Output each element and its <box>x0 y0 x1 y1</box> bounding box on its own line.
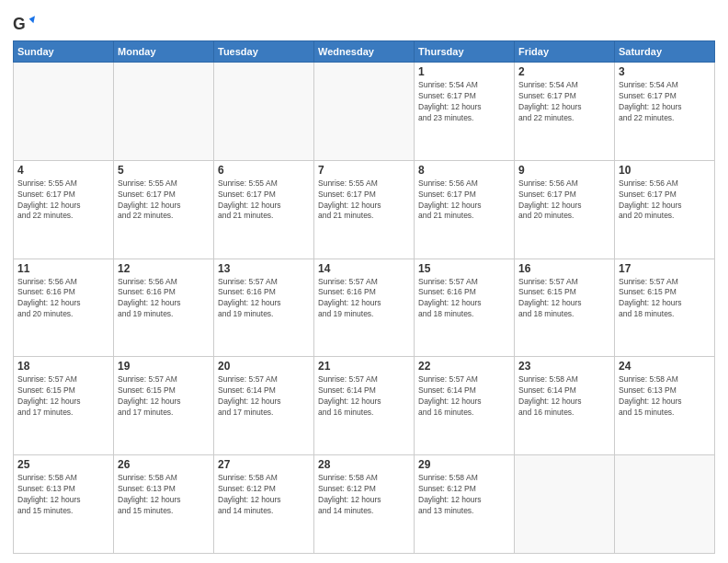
day-number: 27 <box>218 458 310 471</box>
calendar-cell: 20Sunrise: 5:57 AM Sunset: 6:14 PM Dayli… <box>214 357 314 455</box>
calendar-cell: 12Sunrise: 5:56 AM Sunset: 6:16 PM Dayli… <box>114 259 214 357</box>
day-header-thursday: Thursday <box>415 41 515 63</box>
logo-icon: G <box>13 13 35 35</box>
day-info: Sunrise: 5:57 AM Sunset: 6:15 PM Dayligh… <box>518 277 610 321</box>
calendar-cell: 18Sunrise: 5:57 AM Sunset: 6:15 PM Dayli… <box>14 357 114 455</box>
calendar-cell: 7Sunrise: 5:55 AM Sunset: 6:17 PM Daylig… <box>314 160 415 259</box>
day-number: 9 <box>518 164 610 177</box>
day-info: Sunrise: 5:57 AM Sunset: 6:15 PM Dayligh… <box>619 277 711 321</box>
calendar-cell <box>114 63 214 161</box>
day-number: 17 <box>619 262 711 275</box>
day-number: 26 <box>118 458 210 471</box>
calendar-cell: 22Sunrise: 5:57 AM Sunset: 6:14 PM Dayli… <box>415 357 515 455</box>
day-info: Sunrise: 5:56 AM Sunset: 6:17 PM Dayligh… <box>518 178 610 223</box>
day-number: 3 <box>619 65 711 78</box>
calendar-cell: 10Sunrise: 5:56 AM Sunset: 6:17 PM Dayli… <box>615 160 715 259</box>
calendar-cell: 1Sunrise: 5:54 AM Sunset: 6:17 PM Daylig… <box>415 63 515 161</box>
day-info: Sunrise: 5:58 AM Sunset: 6:12 PM Dayligh… <box>218 473 310 517</box>
day-info: Sunrise: 5:55 AM Sunset: 6:17 PM Dayligh… <box>218 178 310 223</box>
day-info: Sunrise: 5:55 AM Sunset: 6:17 PM Dayligh… <box>17 178 109 223</box>
day-info: Sunrise: 5:58 AM Sunset: 6:12 PM Dayligh… <box>418 473 510 517</box>
day-info: Sunrise: 5:57 AM Sunset: 6:14 PM Dayligh… <box>318 374 410 419</box>
day-info: Sunrise: 5:54 AM Sunset: 6:17 PM Dayligh… <box>619 80 711 124</box>
page: G SundayMondayTuesdayWednesdayThursdayFr… <box>0 0 728 563</box>
week-row-0: 1Sunrise: 5:54 AM Sunset: 6:17 PM Daylig… <box>14 63 715 161</box>
week-row-4: 25Sunrise: 5:58 AM Sunset: 6:13 PM Dayli… <box>14 455 715 554</box>
calendar-cell: 14Sunrise: 5:57 AM Sunset: 6:16 PM Dayli… <box>314 259 415 357</box>
svg-marker-1 <box>29 16 35 23</box>
day-number: 15 <box>418 262 510 275</box>
day-number: 8 <box>418 164 510 177</box>
day-info: Sunrise: 5:57 AM Sunset: 6:14 PM Dayligh… <box>418 374 510 419</box>
day-info: Sunrise: 5:58 AM Sunset: 6:12 PM Dayligh… <box>318 473 410 517</box>
calendar-cell: 25Sunrise: 5:58 AM Sunset: 6:13 PM Dayli… <box>14 455 114 554</box>
logo: G <box>13 13 37 35</box>
day-header-wednesday: Wednesday <box>314 41 415 63</box>
day-info: Sunrise: 5:56 AM Sunset: 6:17 PM Dayligh… <box>619 178 711 223</box>
svg-text:G: G <box>13 15 26 33</box>
calendar-cell: 8Sunrise: 5:56 AM Sunset: 6:17 PM Daylig… <box>415 160 515 259</box>
calendar-cell <box>615 455 715 554</box>
day-number: 21 <box>318 360 410 373</box>
day-info: Sunrise: 5:58 AM Sunset: 6:13 PM Dayligh… <box>118 473 210 517</box>
calendar-cell: 29Sunrise: 5:58 AM Sunset: 6:12 PM Dayli… <box>415 455 515 554</box>
day-number: 16 <box>518 262 610 275</box>
day-number: 2 <box>518 65 610 78</box>
calendar-cell: 17Sunrise: 5:57 AM Sunset: 6:15 PM Dayli… <box>615 259 715 357</box>
calendar-cell: 16Sunrise: 5:57 AM Sunset: 6:15 PM Dayli… <box>515 259 615 357</box>
day-number: 18 <box>17 360 109 373</box>
day-header-monday: Monday <box>114 41 214 63</box>
day-info: Sunrise: 5:54 AM Sunset: 6:17 PM Dayligh… <box>518 80 610 124</box>
calendar-cell: 28Sunrise: 5:58 AM Sunset: 6:12 PM Dayli… <box>314 455 415 554</box>
day-header-sunday: Sunday <box>14 41 114 63</box>
day-number: 23 <box>518 360 610 373</box>
day-info: Sunrise: 5:56 AM Sunset: 6:16 PM Dayligh… <box>118 277 210 321</box>
calendar-cell: 15Sunrise: 5:57 AM Sunset: 6:16 PM Dayli… <box>415 259 515 357</box>
day-number: 12 <box>118 262 210 275</box>
header: G <box>13 9 715 35</box>
calendar-cell <box>14 63 114 161</box>
day-number: 11 <box>17 262 109 275</box>
calendar-cell <box>314 63 415 161</box>
day-header-saturday: Saturday <box>615 41 715 63</box>
day-number: 6 <box>218 164 310 177</box>
day-header-friday: Friday <box>515 41 615 63</box>
calendar-cell: 21Sunrise: 5:57 AM Sunset: 6:14 PM Dayli… <box>314 357 415 455</box>
day-number: 24 <box>619 360 711 373</box>
calendar-cell: 24Sunrise: 5:58 AM Sunset: 6:13 PM Dayli… <box>615 357 715 455</box>
day-info: Sunrise: 5:57 AM Sunset: 6:16 PM Dayligh… <box>318 277 410 321</box>
day-info: Sunrise: 5:57 AM Sunset: 6:16 PM Dayligh… <box>218 277 310 321</box>
day-info: Sunrise: 5:57 AM Sunset: 6:16 PM Dayligh… <box>418 277 510 321</box>
calendar-cell: 19Sunrise: 5:57 AM Sunset: 6:15 PM Dayli… <box>114 357 214 455</box>
calendar-cell: 2Sunrise: 5:54 AM Sunset: 6:17 PM Daylig… <box>515 63 615 161</box>
calendar-cell <box>214 63 314 161</box>
day-info: Sunrise: 5:56 AM Sunset: 6:17 PM Dayligh… <box>418 178 510 223</box>
calendar-cell: 23Sunrise: 5:58 AM Sunset: 6:14 PM Dayli… <box>515 357 615 455</box>
day-number: 20 <box>218 360 310 373</box>
day-header-tuesday: Tuesday <box>214 41 314 63</box>
calendar-cell: 3Sunrise: 5:54 AM Sunset: 6:17 PM Daylig… <box>615 63 715 161</box>
calendar-cell: 27Sunrise: 5:58 AM Sunset: 6:12 PM Dayli… <box>214 455 314 554</box>
day-info: Sunrise: 5:58 AM Sunset: 6:13 PM Dayligh… <box>619 374 711 419</box>
day-number: 1 <box>418 65 510 78</box>
day-info: Sunrise: 5:58 AM Sunset: 6:14 PM Dayligh… <box>518 374 610 419</box>
calendar-cell: 11Sunrise: 5:56 AM Sunset: 6:16 PM Dayli… <box>14 259 114 357</box>
calendar-table: SundayMondayTuesdayWednesdayThursdayFrid… <box>13 40 715 554</box>
week-row-2: 11Sunrise: 5:56 AM Sunset: 6:16 PM Dayli… <box>14 259 715 357</box>
day-info: Sunrise: 5:57 AM Sunset: 6:15 PM Dayligh… <box>17 374 109 419</box>
day-info: Sunrise: 5:58 AM Sunset: 6:13 PM Dayligh… <box>17 473 109 517</box>
calendar-cell: 9Sunrise: 5:56 AM Sunset: 6:17 PM Daylig… <box>515 160 615 259</box>
day-number: 13 <box>218 262 310 275</box>
days-header-row: SundayMondayTuesdayWednesdayThursdayFrid… <box>14 41 715 63</box>
day-number: 14 <box>318 262 410 275</box>
day-info: Sunrise: 5:57 AM Sunset: 6:14 PM Dayligh… <box>218 374 310 419</box>
day-info: Sunrise: 5:55 AM Sunset: 6:17 PM Dayligh… <box>118 178 210 223</box>
calendar-cell: 5Sunrise: 5:55 AM Sunset: 6:17 PM Daylig… <box>114 160 214 259</box>
day-number: 25 <box>17 458 109 471</box>
calendar-header: SundayMondayTuesdayWednesdayThursdayFrid… <box>14 41 715 63</box>
calendar-cell: 6Sunrise: 5:55 AM Sunset: 6:17 PM Daylig… <box>214 160 314 259</box>
day-number: 4 <box>17 164 109 177</box>
day-number: 28 <box>318 458 410 471</box>
day-number: 19 <box>118 360 210 373</box>
day-info: Sunrise: 5:54 AM Sunset: 6:17 PM Dayligh… <box>418 80 510 124</box>
